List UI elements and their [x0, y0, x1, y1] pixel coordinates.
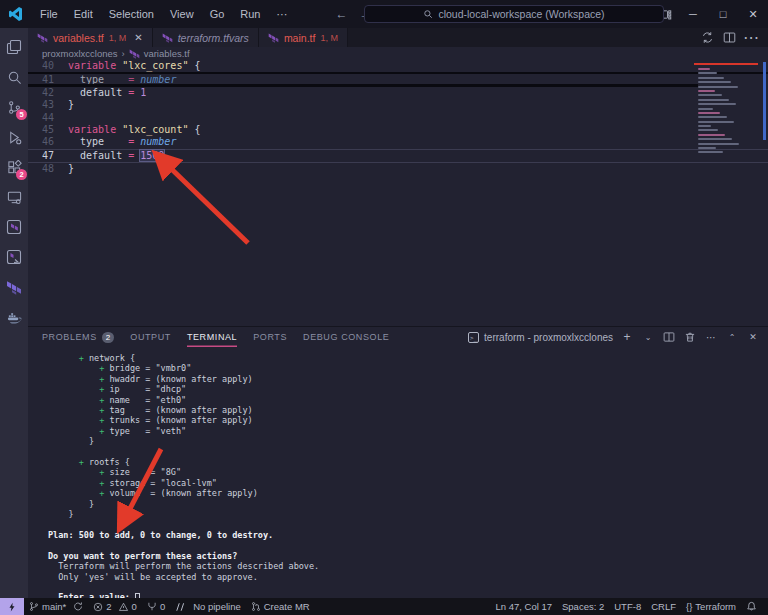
minimap[interactable]: [694, 63, 758, 156]
create-mr-icon: [251, 601, 261, 612]
menu-selection[interactable]: Selection: [101, 0, 162, 28]
panel-tab-terminal[interactable]: TERMINAL: [187, 327, 237, 347]
menu-run[interactable]: Run: [232, 0, 268, 28]
menu-file[interactable]: File: [32, 0, 66, 28]
indentation[interactable]: Spaces: 2: [557, 598, 609, 615]
terminal-instance[interactable]: >_ terraform - proxmoxlxcclones: [468, 332, 613, 343]
code-line[interactable]: 40 variable "lxc_cores" {: [28, 60, 768, 74]
maximize-panel-icon[interactable]: ⌃: [725, 329, 739, 345]
kill-terminal-icon[interactable]: [683, 329, 697, 345]
activity-remote-explorer[interactable]: [0, 182, 28, 212]
git-branch-indicator[interactable]: main*: [24, 598, 88, 615]
tab-bar: variables.tf 1, M ✕ terraform.tfvars mai…: [28, 28, 768, 47]
title-bar: FileEditSelectionViewGoRun⋯ ← → cloud-lo…: [0, 0, 768, 28]
activity-terraform-box-alt[interactable]: [0, 242, 28, 272]
code-line[interactable]: 47 default = 1500: [28, 149, 768, 163]
tab-terraform.tfvars[interactable]: terraform.tfvars: [153, 28, 259, 47]
activity-docker[interactable]: [0, 302, 28, 332]
tab-variables.tf[interactable]: variables.tf 1, M ✕: [28, 28, 153, 47]
nav-back-icon[interactable]: ←: [336, 7, 348, 21]
compare-changes-icon[interactable]: [698, 29, 716, 47]
encoding[interactable]: UTF-8: [609, 598, 646, 615]
terraform-icon: [129, 48, 140, 59]
terminal-line: [48, 540, 768, 550]
line-number: 45: [28, 124, 68, 136]
terminal-line: Do you want to perform these actions?: [48, 551, 768, 561]
command-center[interactable]: cloud-local-workspace (Workspace): [364, 5, 664, 23]
close-tab-icon[interactable]: ✕: [134, 32, 142, 43]
code-line[interactable]: 41 type = number: [28, 74, 768, 86]
code-line[interactable]: 44: [28, 112, 768, 124]
minimize-button[interactable]: ─: [678, 0, 708, 28]
minimap-red-marker: [694, 63, 758, 65]
docker-icon: [6, 310, 23, 325]
terraform-box-icon: [6, 219, 22, 235]
cursor-position[interactable]: Ln 47, Col 17: [490, 598, 557, 615]
menu-go[interactable]: Go: [202, 0, 233, 28]
pipeline-indicator[interactable]: No pipeline: [170, 598, 246, 615]
create-mr-button[interactable]: Create MR: [246, 598, 315, 615]
menu-⋯[interactable]: ⋯: [269, 0, 296, 28]
code-line[interactable]: 45 variable "lxc_count" {: [28, 124, 768, 136]
code-line[interactable]: 46 type = number: [28, 136, 768, 148]
activity-explorer[interactable]: [0, 32, 28, 62]
activity-terraform-box[interactable]: [0, 212, 28, 242]
menu-edit[interactable]: Edit: [66, 0, 101, 28]
editor-more-actions-icon[interactable]: ⋯: [742, 29, 760, 47]
activity-extensions[interactable]: 2: [0, 152, 28, 182]
merge-request-count[interactable]: 0: [142, 598, 170, 615]
eol-sequence[interactable]: CRLF: [646, 598, 681, 615]
menu-view[interactable]: View: [162, 0, 202, 28]
breadcrumb: proxmoxlxcclones › variables.tf: [28, 47, 768, 60]
split-terminal-icon[interactable]: [662, 329, 676, 345]
panel-more-actions-icon[interactable]: ⋯: [704, 329, 718, 345]
maximize-button[interactable]: □: [708, 0, 738, 28]
notifications-bell-icon[interactable]: [741, 598, 762, 615]
create-mr-label: Create MR: [264, 601, 310, 612]
mr-count: 0: [160, 601, 165, 612]
pipeline-status: No pipeline: [193, 601, 241, 612]
terminal-line: Terraform will perform the actions descr…: [48, 561, 768, 571]
code-line[interactable]: 48 }: [28, 163, 768, 175]
panel-tab-problems[interactable]: PROBLEMS 2: [42, 327, 114, 347]
code-line[interactable]: 42 default = 1: [28, 87, 768, 99]
new-terminal-icon[interactable]: +: [620, 329, 634, 345]
panel-tab-output[interactable]: OUTPUT: [130, 327, 171, 347]
panel-tab-debug-console[interactable]: DEBUG CONSOLE: [303, 327, 389, 347]
terminal-line: }: [48, 509, 768, 519]
breadcrumb-folder[interactable]: proxmoxlxcclones: [42, 48, 118, 59]
activity-run-debug[interactable]: [0, 122, 28, 152]
remote-indicator[interactable]: [0, 598, 24, 615]
terraform-icon: [6, 279, 22, 295]
terminal-icon: >_: [468, 332, 479, 343]
terminal-output[interactable]: + network { + bridge = "vmbr0" + hwaddr …: [28, 347, 768, 598]
activity-search[interactable]: [0, 62, 28, 92]
panel-tab-ports[interactable]: PORTS: [253, 327, 287, 347]
sync-icon: [73, 601, 83, 612]
tab-main.tf[interactable]: main.tf 1, M: [259, 28, 348, 47]
code-editor[interactable]: 40 variable "lxc_cores" { 41 type = numb…: [28, 60, 768, 326]
terminal-line: + type = "veth": [48, 426, 768, 436]
error-icon: [93, 602, 103, 612]
close-panel-icon[interactable]: ✕: [746, 329, 760, 345]
terraform-icon: [6, 279, 22, 295]
terraform-icon: [37, 32, 48, 43]
git-branch-icon: [29, 601, 39, 612]
terminal-line: Plan: 500 to add, 0 to change, 0 to dest…: [48, 530, 768, 540]
activity-source-control[interactable]: 5: [0, 92, 28, 122]
code-line[interactable]: 43 }: [28, 99, 768, 111]
language-mode[interactable]: {} Terraform: [681, 598, 741, 615]
close-button[interactable]: ✕: [738, 0, 768, 28]
overview-ruler[interactable]: [763, 62, 766, 140]
remote-explorer-icon: [7, 190, 22, 205]
problems-indicator[interactable]: 2 0: [88, 598, 142, 615]
terminal-dropdown-icon[interactable]: ⌄: [641, 329, 655, 345]
split-editor-icon[interactable]: [720, 29, 738, 47]
terminal-line: + storage = "local-lvm": [48, 478, 768, 488]
terminal-line: + hwaddr = (known after apply): [48, 374, 768, 384]
breadcrumb-file[interactable]: variables.tf: [144, 48, 190, 59]
terminal-line: [48, 582, 768, 592]
terminal-line: [48, 520, 768, 530]
run-debug-icon: [7, 130, 22, 145]
activity-terraform[interactable]: [0, 272, 28, 302]
